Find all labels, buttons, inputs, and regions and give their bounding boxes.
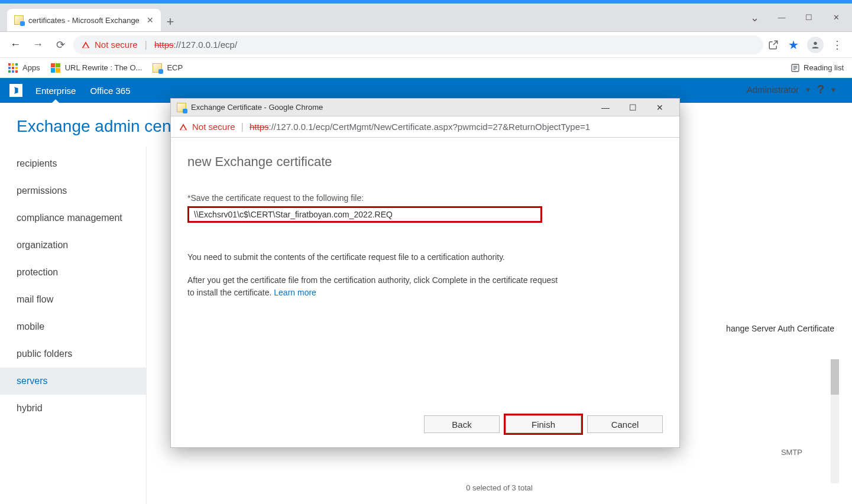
security-warning: Not secure: [82, 40, 138, 50]
wizard-heading: new Exchange certificate: [187, 154, 663, 170]
tab-favicon: [14, 15, 24, 25]
bookmark-star-icon[interactable]: ★: [788, 38, 799, 52]
help-icon[interactable]: ?: [817, 83, 824, 96]
tab-title: certificates - Microsoft Exchange: [28, 16, 140, 25]
eac-sidebar: recipients permissions compliance manage…: [0, 147, 147, 504]
scrollbar-thumb[interactable]: [831, 359, 839, 395]
security-label: Not secure: [95, 40, 138, 50]
browser-tab-strip: certificates - Microsoft Exchange ✕ + ⌄ …: [0, 4, 852, 32]
nav-mobile[interactable]: mobile: [0, 313, 146, 340]
bookmark-ecp[interactable]: ECP: [153, 63, 183, 73]
bookmark-url-rewrite[interactable]: URL Rewrite : The O...: [51, 63, 142, 73]
detail-cert-name: hange Server Auth Certificate: [726, 324, 852, 333]
learn-more-link[interactable]: Learn more: [274, 288, 316, 297]
certificate-wizard-popup: Exchange Certificate - Google Chrome — ☐…: [170, 98, 680, 448]
microsoft-icon: [51, 63, 60, 73]
nav-reload-button[interactable]: ⟳: [51, 35, 70, 54]
chrome-menu-icon[interactable]: ⋮: [832, 38, 843, 51]
bookmark-apps[interactable]: Apps: [8, 63, 40, 73]
nav-recipients[interactable]: recipients: [0, 150, 146, 177]
nav-protection[interactable]: protection: [0, 259, 146, 286]
window-controls: ⌄ — ☐ ✕: [741, 4, 852, 31]
close-window-button[interactable]: ✕: [822, 8, 850, 27]
help-text-2: After you get the certificate file from …: [187, 275, 558, 297]
popup-maximize-button[interactable]: ☐: [619, 99, 646, 116]
nav-mailflow[interactable]: mail flow: [0, 286, 146, 313]
popup-url-text: https://127.0.0.1/ecp/CertMgmt/NewCertif…: [250, 122, 590, 132]
detail-smtp-label: SMTP: [781, 448, 802, 457]
vertical-scrollbar[interactable]: [831, 359, 839, 483]
nav-compliance[interactable]: compliance management: [0, 204, 146, 232]
nav-hybrid[interactable]: hybrid: [0, 395, 146, 422]
reading-list-icon: [791, 63, 800, 73]
popup-titlebar[interactable]: Exchange Certificate - Google Chrome — ☐…: [171, 99, 679, 116]
popup-window-title: Exchange Certificate - Google Chrome: [191, 103, 323, 112]
share-icon[interactable]: [767, 38, 780, 51]
nav-servers[interactable]: servers: [0, 368, 146, 395]
save-path-label: *Save the certificate request to the fol…: [187, 193, 663, 203]
user-account-menu[interactable]: Administrator ▼ ? ▼: [747, 83, 837, 96]
browser-toolbar: ← → ⟳ Not secure | https://127.0.0.1/ecp…: [0, 32, 852, 58]
maximize-button[interactable]: ☐: [795, 8, 822, 27]
new-tab-button[interactable]: +: [161, 12, 180, 31]
profile-avatar-button[interactable]: [807, 37, 824, 53]
nav-back-button[interactable]: ←: [6, 35, 25, 54]
dropdown-caret-icon: ▼: [830, 86, 837, 93]
tabs-dropdown-icon[interactable]: ⌄: [741, 8, 768, 27]
dropdown-caret-icon: ▼: [805, 86, 811, 93]
nav-forward-button[interactable]: →: [28, 35, 47, 54]
nav-publicfolders[interactable]: public folders: [0, 340, 146, 368]
header-tab-enterprise[interactable]: Enterprise: [28, 78, 83, 103]
cancel-button[interactable]: Cancel: [587, 415, 663, 433]
browser-tab-active[interactable]: certificates - Microsoft Exchange ✕: [7, 9, 161, 31]
warning-icon: [82, 41, 90, 49]
separator: |: [145, 39, 147, 51]
popup-address-bar: Not secure | https://127.0.0.1/ecp/CertM…: [171, 116, 679, 138]
address-bar[interactable]: Not secure | https://127.0.0.1/ecp/: [73, 35, 763, 54]
nav-permissions[interactable]: permissions: [0, 177, 146, 204]
reading-list-button[interactable]: Reading list: [791, 63, 844, 73]
popup-close-button[interactable]: ✕: [646, 99, 673, 116]
save-path-input[interactable]: [187, 206, 542, 223]
popup-minimize-button[interactable]: —: [592, 99, 619, 116]
help-text-1: You need to submit the contents of the c…: [187, 251, 566, 264]
header-tab-office365[interactable]: Office 365: [83, 78, 137, 103]
ecp-favicon: [153, 63, 162, 73]
finish-button[interactable]: Finish: [506, 415, 581, 433]
nav-organization[interactable]: organization: [0, 232, 146, 259]
svg-point-0: [814, 41, 817, 44]
warning-icon: [179, 123, 187, 131]
office-logo-icon: [9, 84, 22, 97]
close-tab-icon[interactable]: ✕: [147, 15, 154, 25]
apps-grid-icon: [8, 63, 18, 73]
url-text: https://127.0.0.1/ecp/: [154, 40, 237, 50]
bookmarks-bar: Apps URL Rewrite : The O... ECP Reading …: [0, 58, 852, 78]
back-button[interactable]: Back: [424, 415, 500, 433]
selection-status: 0 selected of 3 total: [466, 472, 533, 492]
popup-favicon: [177, 103, 186, 112]
minimize-button[interactable]: —: [768, 8, 795, 27]
